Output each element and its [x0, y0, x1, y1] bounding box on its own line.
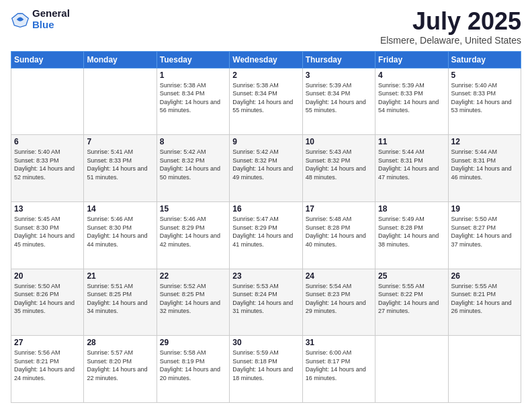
logo-text: General Blue	[32, 8, 70, 30]
day-info: Sunrise: 5:42 AM Sunset: 8:32 PM Dayligh…	[232, 148, 299, 181]
table-row: 15 Sunrise: 5:46 AM Sunset: 8:29 PM Dayl…	[157, 201, 229, 269]
day-number: 6	[14, 137, 81, 146]
day-info: Sunrise: 5:46 AM Sunset: 8:30 PM Dayligh…	[87, 215, 153, 248]
day-info: Sunrise: 5:55 AM Sunset: 8:21 PM Dayligh…	[451, 282, 518, 316]
day-number: 10	[306, 137, 372, 146]
table-row: 13 Sunrise: 5:45 AM Sunset: 8:30 PM Dayl…	[11, 201, 84, 269]
sunset-text: Sunset: 8:30 PM	[14, 224, 59, 231]
day-number: 21	[87, 271, 153, 281]
sunrise-text: Sunrise: 5:40 AM	[451, 82, 498, 89]
day-info: Sunrise: 5:43 AM Sunset: 8:32 PM Dayligh…	[306, 148, 372, 181]
day-number: 18	[378, 204, 445, 214]
daylight-text: Daylight: 14 hours and 31 minutes.	[232, 300, 293, 315]
table-row	[448, 336, 521, 403]
table-row: 4 Sunrise: 5:39 AM Sunset: 8:33 PM Dayli…	[375, 68, 448, 135]
day-number: 31	[306, 338, 372, 347]
calendar-week-row: 27 Sunrise: 5:56 AM Sunset: 8:21 PM Dayl…	[11, 336, 521, 403]
table-row: 21 Sunrise: 5:51 AM Sunset: 8:25 PM Dayl…	[84, 269, 157, 336]
table-row: 26 Sunrise: 5:55 AM Sunset: 8:21 PM Dayl…	[448, 269, 521, 336]
logo: General Blue	[11, 8, 70, 30]
sunrise-text: Sunrise: 5:49 AM	[378, 216, 425, 222]
table-row	[11, 68, 84, 135]
sunrise-text: Sunrise: 5:38 AM	[160, 82, 206, 89]
day-info: Sunrise: 5:58 AM Sunset: 8:19 PM Dayligh…	[160, 349, 226, 382]
sunset-text: Sunset: 8:32 PM	[160, 157, 205, 164]
daylight-text: Daylight: 14 hours and 18 minutes.	[232, 366, 293, 381]
daylight-text: Daylight: 14 hours and 26 minutes.	[451, 300, 512, 315]
daylight-text: Daylight: 14 hours and 29 minutes.	[306, 300, 366, 315]
table-row: 7 Sunrise: 5:41 AM Sunset: 8:33 PM Dayli…	[84, 135, 157, 202]
day-number: 24	[306, 271, 372, 281]
day-number: 4	[378, 71, 445, 80]
sunrise-text: Sunrise: 5:53 AM	[232, 283, 279, 289]
daylight-text: Daylight: 14 hours and 54 minutes.	[378, 99, 439, 114]
day-number: 13	[14, 204, 81, 214]
day-number: 15	[160, 204, 226, 214]
day-info: Sunrise: 5:50 AM Sunset: 8:27 PM Dayligh…	[451, 215, 518, 248]
sunset-text: Sunset: 8:33 PM	[87, 157, 132, 164]
sunset-text: Sunset: 8:28 PM	[306, 224, 351, 231]
day-info: Sunrise: 5:59 AM Sunset: 8:18 PM Dayligh…	[232, 349, 299, 382]
sunset-text: Sunset: 8:31 PM	[378, 157, 423, 164]
day-info: Sunrise: 5:48 AM Sunset: 8:28 PM Dayligh…	[306, 215, 372, 248]
sunset-text: Sunset: 8:19 PM	[160, 358, 205, 365]
table-row: 25 Sunrise: 5:55 AM Sunset: 8:22 PM Dayl…	[375, 269, 448, 336]
day-number: 7	[87, 137, 153, 146]
daylight-text: Daylight: 14 hours and 45 minutes.	[14, 232, 75, 248]
day-number: 27	[14, 338, 81, 347]
table-row: 16 Sunrise: 5:47 AM Sunset: 8:29 PM Dayl…	[230, 201, 302, 269]
day-number: 17	[306, 204, 372, 214]
table-row: 31 Sunrise: 6:00 AM Sunset: 8:17 PM Dayl…	[302, 336, 375, 403]
sunset-text: Sunset: 8:21 PM	[14, 358, 59, 365]
table-row: 14 Sunrise: 5:46 AM Sunset: 8:30 PM Dayl…	[84, 201, 157, 269]
sunset-text: Sunset: 8:22 PM	[378, 291, 423, 298]
day-number: 1	[160, 71, 226, 80]
day-number: 5	[451, 71, 518, 80]
sunrise-text: Sunrise: 5:39 AM	[306, 82, 352, 89]
daylight-text: Daylight: 14 hours and 55 minutes.	[232, 99, 293, 114]
calendar-week-row: 6 Sunrise: 5:40 AM Sunset: 8:33 PM Dayli…	[11, 135, 521, 202]
daylight-text: Daylight: 14 hours and 41 minutes.	[232, 232, 293, 248]
day-number: 16	[232, 204, 299, 214]
table-row: 12 Sunrise: 5:44 AM Sunset: 8:31 PM Dayl…	[448, 135, 521, 202]
calendar-week-row: 20 Sunrise: 5:50 AM Sunset: 8:26 PM Dayl…	[11, 269, 521, 336]
daylight-text: Daylight: 14 hours and 27 minutes.	[378, 300, 439, 315]
logo-blue-text: Blue	[32, 19, 70, 31]
table-row: 5 Sunrise: 5:40 AM Sunset: 8:33 PM Dayli…	[448, 68, 521, 135]
sunset-text: Sunset: 8:34 PM	[232, 90, 277, 97]
table-row: 23 Sunrise: 5:53 AM Sunset: 8:24 PM Dayl…	[230, 269, 302, 336]
day-info: Sunrise: 5:54 AM Sunset: 8:23 PM Dayligh…	[306, 282, 372, 316]
daylight-text: Daylight: 14 hours and 55 minutes.	[306, 99, 366, 114]
sunset-text: Sunset: 8:25 PM	[160, 291, 205, 298]
calendar-table: Sunday Monday Tuesday Wednesday Thursday…	[11, 51, 521, 403]
logo-general-text: General	[32, 8, 70, 19]
sunset-text: Sunset: 8:26 PM	[14, 291, 59, 298]
day-number: 20	[14, 271, 81, 281]
day-info: Sunrise: 5:53 AM Sunset: 8:24 PM Dayligh…	[232, 282, 299, 316]
day-info: Sunrise: 5:45 AM Sunset: 8:30 PM Dayligh…	[14, 215, 81, 248]
sunset-text: Sunset: 8:29 PM	[232, 224, 277, 231]
day-info: Sunrise: 6:00 AM Sunset: 8:17 PM Dayligh…	[306, 349, 372, 382]
sunset-text: Sunset: 8:34 PM	[160, 90, 205, 97]
day-info: Sunrise: 5:52 AM Sunset: 8:25 PM Dayligh…	[160, 282, 226, 316]
daylight-text: Daylight: 14 hours and 56 minutes.	[160, 99, 220, 114]
sunrise-text: Sunrise: 5:47 AM	[232, 216, 279, 222]
sunrise-text: Sunrise: 5:57 AM	[87, 349, 133, 356]
daylight-text: Daylight: 14 hours and 44 minutes.	[87, 232, 147, 248]
sunrise-text: Sunrise: 5:51 AM	[87, 283, 133, 289]
sunrise-text: Sunrise: 5:38 AM	[232, 82, 279, 89]
sunrise-text: Sunrise: 6:00 AM	[306, 349, 352, 356]
table-row: 28 Sunrise: 5:57 AM Sunset: 8:20 PM Dayl…	[84, 336, 157, 403]
daylight-text: Daylight: 14 hours and 35 minutes.	[14, 300, 75, 315]
daylight-text: Daylight: 14 hours and 51 minutes.	[87, 165, 147, 181]
day-info: Sunrise: 5:50 AM Sunset: 8:26 PM Dayligh…	[14, 282, 81, 316]
day-number: 12	[451, 137, 518, 146]
daylight-text: Daylight: 14 hours and 49 minutes.	[232, 165, 293, 181]
daylight-text: Daylight: 14 hours and 50 minutes.	[160, 165, 220, 181]
sunset-text: Sunset: 8:17 PM	[306, 358, 351, 365]
header: General Blue July 2025 Elsmere, Delaware…	[11, 8, 521, 46]
table-row: 19 Sunrise: 5:50 AM Sunset: 8:27 PM Dayl…	[448, 201, 521, 269]
sunrise-text: Sunrise: 5:50 AM	[451, 216, 498, 222]
sunset-text: Sunset: 8:25 PM	[87, 291, 132, 298]
title-block: July 2025 Elsmere, Delaware, United Stat…	[380, 8, 521, 46]
